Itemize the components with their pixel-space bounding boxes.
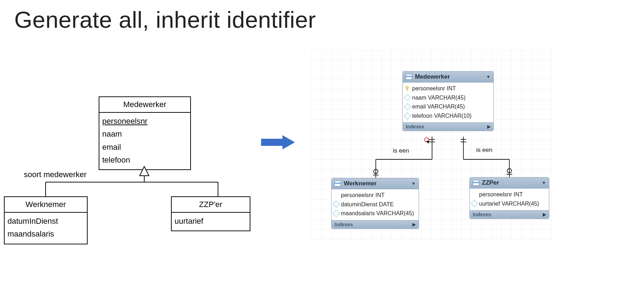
uml-attr: email [102,141,187,154]
transform-arrow-icon [261,135,297,149]
db-column-text: datuminDienst DATE [341,200,394,209]
db-table-footer[interactable]: Indexes ▶ [470,210,549,218]
indexes-label: Indexes [473,212,491,217]
db-column[interactable]: naam VARCHAR(45) [405,93,491,102]
page-title: Generate all, inherit identifier [14,6,316,33]
chevron-right-icon[interactable]: ▶ [487,124,490,129]
diamond-icon [404,112,411,120]
uml-class-name: ZZP'er [172,197,250,213]
chevron-down-icon[interactable]: ▼ [542,180,546,185]
db-column-text: naam VARCHAR(45) [412,93,466,102]
db-table-columns: personeelsnr INT datuminDienst DATE maan… [332,189,419,220]
table-icon [406,74,412,80]
chevron-right-icon[interactable]: ▶ [543,212,546,217]
uml-class-werknemer: Werknemer datumInDienst maandsalaris [4,196,88,244]
db-column-text: personeelsnr INT [412,84,456,93]
uml-attr: personeelsnr [102,115,187,128]
indexes-label: Indexes [334,222,353,227]
db-table-footer[interactable]: Indexes ▶ [332,220,419,228]
db-column-text: personeelsnr INT [341,191,385,200]
uml-class-name: Werknemer [5,197,87,213]
uml-attr: maandsalaris [7,228,84,240]
relation-label-left: is een [393,147,409,154]
uml-class-name: Medewerker [99,97,190,113]
db-table-columns: personeelsnr INT uurtarief VARCHAR(45) [470,189,549,210]
db-column[interactable]: email VARCHAR(45) [405,102,491,111]
db-column-text: telefoon VARCHAR(10) [412,111,472,121]
db-column-text: maandsalaris VARCHAR(45) [341,209,414,218]
svg-point-10 [374,169,378,174]
diamond-icon [404,103,411,110]
table-icon [473,180,479,186]
db-column-text: personeelsnr INT [479,190,523,199]
db-table-werknemer[interactable]: Werknemer ▼ personeelsnr INT datuminDien… [331,178,419,229]
db-column[interactable]: uurtarief VARCHAR(45) [472,199,547,208]
db-table-header[interactable]: Werknemer ▼ [332,178,419,189]
key-icon [405,86,410,91]
db-column[interactable]: datuminDienst DATE [334,200,416,209]
relation-label-right: is een [476,147,492,154]
uml-attr: uurtarief [175,215,247,228]
uml-attr: datumInDienst [7,215,84,228]
db-column[interactable]: personeelsnr INT [334,191,416,200]
cursor-icon [426,139,430,144]
db-table-name: Werknemer [344,180,409,187]
uml-class-medewerker: Medewerker personeelsnr naam email telef… [99,96,191,170]
uml-class-zzper: ZZP'er uurtarief [171,196,250,231]
db-column-text: uurtarief VARCHAR(45) [479,199,539,208]
uml-attr: naam [102,128,187,141]
svg-point-17 [507,169,511,173]
db-column[interactable]: maandsalaris VARCHAR(45) [334,209,416,218]
table-icon [334,181,341,186]
uml-class-attributes: personeelsnr naam email telefoon [99,113,190,169]
chevron-down-icon[interactable]: ▼ [411,181,416,186]
uml-discriminator-label: soort medewerker [24,170,87,179]
chevron-down-icon[interactable]: ▼ [486,74,490,79]
db-table-zzper[interactable]: ZZPer ▼ personeelsnr INT uurtarief VARCH… [469,177,549,219]
db-table-header[interactable]: Medewerker ▼ [403,72,493,83]
db-column[interactable]: telefoon VARCHAR(10) [405,111,491,121]
db-column[interactable]: personeelsnr INT [472,190,547,199]
uml-class-attributes: datumInDienst maandsalaris [5,213,87,244]
diamond-icon [333,210,340,217]
chevron-right-icon[interactable]: ▶ [412,222,416,227]
uml-class-attributes: uurtarief [172,213,250,231]
db-diagram-panel: Medewerker ▼ personeelsnr INT naam VARCH… [312,50,557,242]
db-table-name: ZZPer [482,179,539,186]
diamond-icon [333,201,340,208]
indexes-label: Indexes [406,124,424,129]
db-table-footer[interactable]: Indexes ▶ [403,122,493,131]
uml-attr: telefoon [102,154,187,166]
db-table-name: Medewerker [415,73,483,80]
diamond-icon [471,200,478,207]
db-column-text: email VARCHAR(45) [412,102,465,111]
db-table-header[interactable]: ZZPer ▼ [470,178,549,189]
db-table-columns: personeelsnr INT naam VARCHAR(45) email … [403,83,493,122]
db-table-medewerker[interactable]: Medewerker ▼ personeelsnr INT naam VARCH… [402,71,494,131]
db-column[interactable]: personeelsnr INT [405,84,491,93]
diamond-icon [404,94,411,101]
